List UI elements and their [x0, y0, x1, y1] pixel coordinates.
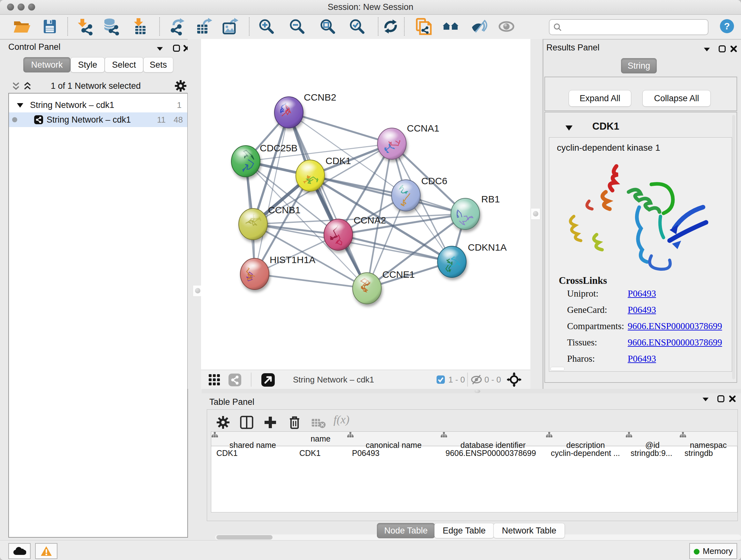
zoom-in-icon[interactable] [257, 17, 275, 36]
crosslink-link[interactable]: P06493 [628, 354, 656, 364]
table-cell[interactable]: stringdb [679, 446, 737, 460]
horizontal-splitter-handle[interactable] [475, 389, 480, 393]
right-splitter-handle[interactable] [531, 208, 540, 220]
protein-panel-hscroll-thumb[interactable] [550, 367, 564, 371]
results-panel-float-icon[interactable] [718, 44, 727, 54]
show-panel-eye-icon[interactable] [498, 17, 516, 36]
edge-CCNE1-HIST1H1A[interactable] [255, 274, 367, 288]
memory-status-dot [694, 549, 699, 555]
search-input[interactable] [565, 20, 703, 33]
tab-network-table[interactable]: Network Table [493, 523, 565, 538]
memory-button[interactable]: Memory [689, 543, 737, 559]
column-header--id[interactable]: @id [625, 432, 680, 446]
string-home-icon[interactable] [442, 17, 460, 36]
column-header-namespac[interactable]: namespac [679, 432, 738, 446]
node-HIST1H1A[interactable] [240, 258, 269, 290]
table-cell[interactable]: CDK1 [294, 446, 347, 460]
apply-layout-icon[interactable] [382, 17, 400, 36]
selected-nodes-checkbox-icon[interactable] [436, 375, 445, 384]
node-CDKN1A[interactable] [437, 246, 466, 277]
import-table-from-file-icon[interactable] [131, 17, 149, 36]
help-icon[interactable]: ? [719, 18, 735, 34]
application-window: Session: New Session [0, 0, 741, 560]
tab-edge-table[interactable]: Edge Table [434, 523, 494, 538]
table-panel-float-icon[interactable] [716, 394, 726, 403]
crosslink-link[interactable]: P06493 [628, 305, 656, 315]
table-cell[interactable]: stringdb:9... [625, 446, 679, 460]
function-builder-icon: f(x) [333, 413, 349, 426]
table-cell[interactable]: cyclin-dependent ... [546, 446, 625, 460]
column-header-shared-name[interactable]: shared name [211, 432, 294, 446]
crosslink-link[interactable]: 9606.ENSP00000378699 [628, 321, 722, 331]
horizontal-splitter[interactable] [202, 389, 741, 393]
node-CCNA1[interactable] [378, 128, 406, 159]
expand-all-button[interactable]: Expand All [569, 90, 631, 107]
import-network-file-icon[interactable] [415, 17, 433, 36]
crosslink-link[interactable]: 9606.ENSP00000378699 [628, 337, 722, 348]
node-CCNA2[interactable] [324, 219, 353, 250]
open-session-icon[interactable] [13, 17, 30, 36]
table-cell[interactable]: CDK1 [211, 446, 294, 460]
zoom-fit-icon[interactable] [319, 17, 336, 36]
edge-CCNB2-HIST1H1A[interactable] [255, 112, 289, 274]
node-CCNB1[interactable] [239, 208, 267, 240]
zoom-out-icon[interactable] [288, 17, 306, 36]
export-image-icon[interactable] [221, 17, 239, 36]
tab-string[interactable]: String [621, 58, 657, 73]
node-CDC6[interactable] [392, 180, 420, 211]
import-network-from-file-icon[interactable] [77, 17, 94, 36]
network-canvas[interactable]: CCNB2CCNA1CDC25BCDK1CDC6RB1CCNB1CCNA2CDK… [201, 39, 530, 370]
tab-select[interactable]: Select [105, 57, 143, 72]
node-CDK1[interactable] [296, 160, 325, 191]
string-toggle-icon[interactable] [228, 373, 242, 387]
control-panel-tabs: NetworkStyleSelectSets [0, 57, 192, 72]
warnings-button[interactable] [35, 543, 57, 559]
edge-CCNA2-CDKN1A[interactable] [338, 235, 452, 262]
network-row-selected[interactable]: String Network – cdk1 11 48 [9, 112, 187, 127]
protein-expander-icon[interactable] [565, 125, 573, 132]
results-panel-close-icon[interactable] [729, 44, 738, 54]
table-cell[interactable]: P06493 [347, 446, 441, 460]
save-session-icon[interactable] [41, 17, 59, 36]
node-CCNB2[interactable] [274, 97, 303, 128]
node-RB1[interactable] [451, 198, 480, 230]
table-panel-menu-icon[interactable] [701, 395, 711, 404]
show-columns-icon[interactable] [239, 415, 254, 430]
cloud-status-button[interactable] [8, 543, 30, 559]
column-header-name[interactable]: name [294, 432, 347, 446]
import-network-from-database-icon[interactable] [103, 17, 121, 36]
control-panel-gear-icon[interactable] [174, 79, 187, 92]
tab-sets[interactable]: Sets [143, 57, 173, 72]
tab-style[interactable]: Style [71, 57, 105, 72]
left-splitter[interactable] [188, 39, 201, 389]
node-CCNE1[interactable] [353, 273, 381, 304]
tab-network[interactable]: Network [23, 57, 71, 72]
table-panel-close-icon[interactable] [728, 394, 737, 403]
node-CDC25B[interactable] [231, 145, 260, 177]
column-header-canonical-name[interactable]: canonical name [347, 432, 441, 446]
results-panel-menu-icon[interactable] [702, 45, 712, 54]
export-network-icon[interactable] [169, 17, 186, 36]
results-panel-scrollbar[interactable] [732, 115, 735, 379]
export-table-icon[interactable] [195, 17, 213, 36]
hide-panel-eye-icon[interactable] [470, 17, 488, 36]
zoom-selected-icon[interactable] [348, 17, 366, 36]
hidden-elements-eye-icon [471, 374, 482, 385]
edge-CCNB2-CCNA1[interactable] [289, 112, 392, 144]
collapse-all-button[interactable]: Collapse All [643, 90, 711, 107]
collection-expander-icon[interactable] [16, 102, 24, 109]
crosslink-link[interactable]: P06493 [628, 288, 656, 299]
birdseye-grid-icon[interactable] [208, 374, 220, 386]
tab-node-table[interactable]: Node Table [377, 523, 435, 538]
network-collection-row[interactable]: String Network – cdk1 1 [9, 98, 187, 112]
control-panel-float-icon[interactable] [172, 44, 181, 53]
table-cell[interactable]: 9606.ENSP00000378699 [441, 446, 546, 460]
control-panel-menu-icon[interactable] [155, 44, 165, 54]
crosshair-icon[interactable] [507, 372, 522, 387]
column-header-database-identifier[interactable]: database identifier [441, 432, 546, 446]
open-in-new-window-icon[interactable] [261, 373, 275, 387]
delete-column-trash-icon[interactable] [287, 415, 302, 430]
table-settings-gear-icon[interactable] [216, 415, 230, 429]
add-column-icon[interactable] [263, 415, 277, 429]
column-header-description[interactable]: description [546, 432, 626, 446]
